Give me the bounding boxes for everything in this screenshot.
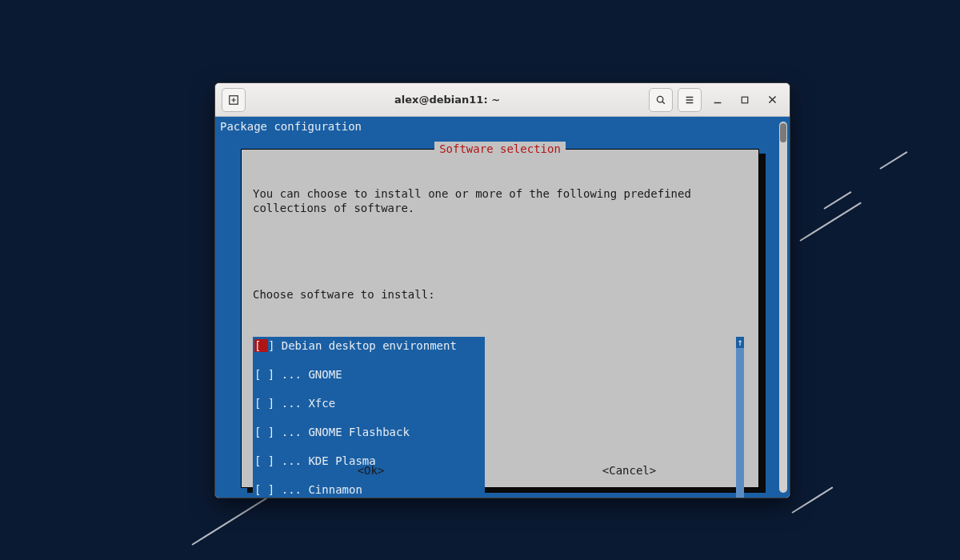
decor-line xyxy=(799,202,861,241)
minimize-button[interactable] xyxy=(706,89,729,111)
window-title: alex@debian11: ~ xyxy=(250,94,644,106)
svg-line-4 xyxy=(662,101,665,103)
software-option[interactable]: [ ] ... Cinnamon xyxy=(254,482,480,497)
new-tab-icon xyxy=(228,94,239,106)
software-option[interactable]: [ ] ... GNOME Flashback xyxy=(254,425,480,439)
tasksel-dialog: Software selection You can choose to ins… xyxy=(241,149,759,488)
svg-point-3 xyxy=(657,96,662,102)
svg-rect-9 xyxy=(742,97,748,103)
software-option[interactable]: [ ] ... GNOME xyxy=(254,367,480,382)
decor-line xyxy=(879,151,907,170)
package-config-header: Package configuration xyxy=(215,117,790,134)
hamburger-icon xyxy=(684,94,695,106)
maximize-icon xyxy=(740,95,750,105)
ok-button[interactable]: <Ok> xyxy=(242,463,500,478)
terminal-window: alex@debian11: ~ Package configuration xyxy=(214,82,790,498)
terminal-scroll-thumb[interactable] xyxy=(780,123,786,142)
terminal-content[interactable]: Package configuration Software selection… xyxy=(215,117,790,498)
close-button[interactable] xyxy=(761,89,783,111)
dialog-title: Software selection xyxy=(434,142,566,156)
minimize-icon xyxy=(712,94,723,106)
scroll-up-arrow[interactable]: ↑ xyxy=(736,337,744,348)
dialog-intro-text: You can choose to install one or more of… xyxy=(253,186,747,215)
titlebar: alex@debian11: ~ xyxy=(215,83,790,117)
cancel-button[interactable]: <Cancel> xyxy=(500,463,758,478)
software-option[interactable]: [ ] Debian desktop environment xyxy=(254,338,480,353)
decor-line xyxy=(791,486,833,513)
search-icon xyxy=(655,94,666,106)
software-option[interactable]: [ ] ... Xfce xyxy=(254,396,480,410)
hamburger-menu-button[interactable] xyxy=(678,88,702,112)
new-tab-button[interactable] xyxy=(222,88,246,112)
dialog-prompt: Choose software to install: xyxy=(253,287,747,302)
close-icon xyxy=(767,94,778,105)
maximize-button[interactable] xyxy=(734,89,756,111)
decor-line xyxy=(823,191,851,210)
terminal-scrollbar[interactable] xyxy=(779,122,787,493)
search-button[interactable] xyxy=(649,88,673,112)
